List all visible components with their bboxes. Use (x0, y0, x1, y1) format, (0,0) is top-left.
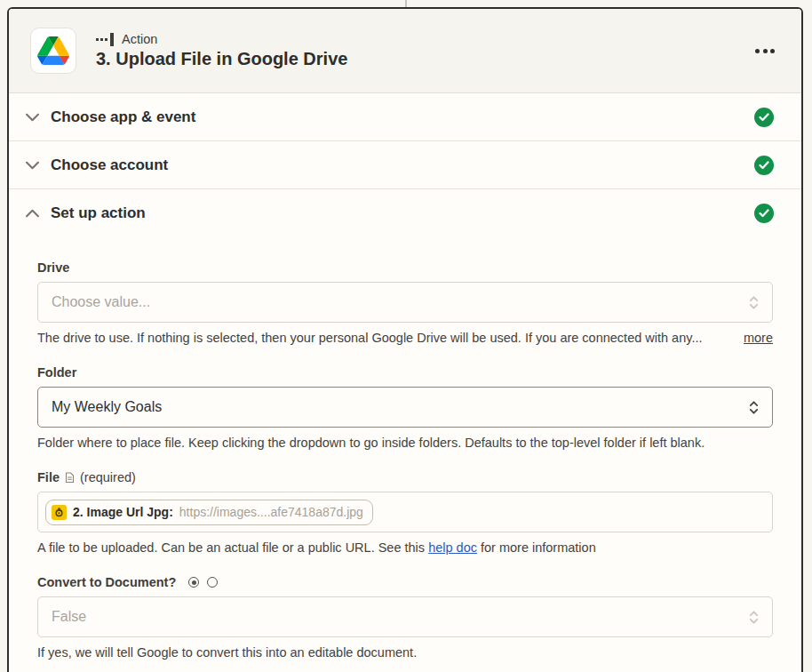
step2-app-icon (52, 505, 67, 520)
folder-value: My Weekly Goals (52, 399, 162, 415)
drive-help-text: The drive to use. If nothing is selected… (37, 330, 728, 346)
chevron-up-icon[interactable] (26, 209, 39, 218)
radio-selected-icon[interactable] (188, 577, 199, 588)
radio-unselected-icon[interactable] (207, 577, 218, 588)
section-choose-account[interactable]: Choose account (9, 141, 801, 189)
folder-field-group: Folder My Weekly Goals Folder where to p… (37, 365, 773, 451)
token-value: https://images....afe7418a87d.jpg (179, 505, 363, 519)
folder-select[interactable]: My Weekly Goals (37, 387, 773, 428)
step-header-text: Action 3. Upload File in Google Drive (96, 32, 347, 69)
section-label: Set up action (51, 204, 146, 222)
token-step-label: 2. Image Url Jpg: (73, 505, 173, 519)
file-field-group: File (required) 2. Image Url Jpg: https:… (37, 470, 773, 556)
convert-placeholder: False (52, 609, 86, 625)
check-circle-icon (754, 156, 774, 175)
file-label: File (37, 470, 60, 484)
folder-label: Folder (37, 365, 76, 380)
mapped-field-token[interactable]: 2. Image Url Jpg: https://images....afe7… (45, 500, 373, 525)
folder-help-text: Folder where to place file. Keep clickin… (37, 435, 773, 451)
step-title: 3. Upload File in Google Drive (96, 49, 347, 69)
convert-label: Convert to Document? (37, 575, 176, 589)
file-input[interactable]: 2. Image Url Jpg: https://images....afe7… (37, 492, 773, 532)
google-drive-icon (30, 28, 76, 74)
file-required-label: (required) (80, 470, 136, 484)
file-help-text: A file to be uploaded. Can be an actual … (37, 540, 773, 556)
check-circle-icon (754, 108, 774, 127)
field-input-mode-toggle (188, 577, 218, 588)
set-up-action-form: Drive Choose value... The drive to use. … (9, 237, 801, 672)
chevron-down-icon[interactable] (26, 113, 39, 122)
step-header: Action 3. Upload File in Google Drive (9, 9, 801, 93)
action-step-icon (96, 33, 114, 46)
ellipsis-icon (755, 49, 760, 53)
drive-more-link[interactable]: more (744, 330, 773, 346)
section-set-up-action[interactable]: Set up action (9, 189, 801, 237)
zap-step-card: Action 3. Upload File in Google Drive Ch… (7, 7, 803, 672)
section-label: Choose app & event (51, 108, 195, 126)
convert-help-text: If yes, we will tell Google to convert t… (37, 644, 773, 660)
section-label: Choose account (51, 156, 168, 174)
drive-placeholder: Choose value... (52, 294, 150, 310)
help-doc-link[interactable]: help doc (428, 540, 477, 555)
select-stepper-icon[interactable] (748, 609, 760, 626)
check-circle-icon (754, 204, 774, 223)
chevron-down-icon[interactable] (26, 161, 39, 170)
section-choose-app-event[interactable]: Choose app & event (9, 93, 801, 141)
drive-field-group: Drive Choose value... The drive to use. … (37, 260, 773, 346)
select-stepper-icon[interactable] (748, 399, 760, 416)
drive-label: Drive (37, 260, 69, 275)
step-options-menu-button[interactable] (752, 42, 778, 60)
document-icon (65, 472, 75, 484)
step-type-label: Action (122, 32, 157, 46)
drive-select[interactable]: Choose value... (37, 282, 773, 323)
select-stepper-icon[interactable] (748, 294, 760, 311)
convert-select[interactable]: False (37, 596, 773, 637)
convert-field-group: Convert to Document? False If yes, we wi… (37, 575, 773, 660)
